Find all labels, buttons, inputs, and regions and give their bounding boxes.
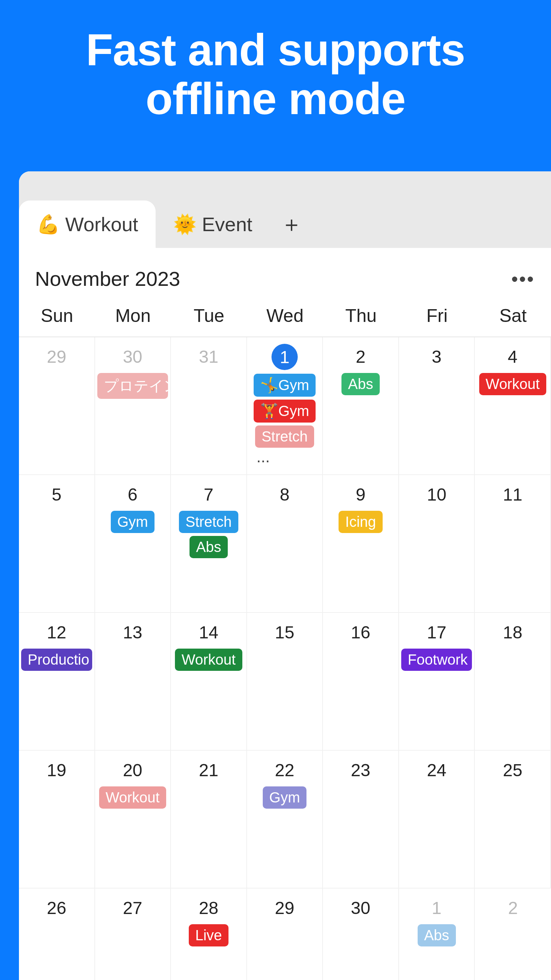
day-number: 30 bbox=[351, 895, 370, 921]
weekday-label: Sun bbox=[19, 305, 95, 326]
month-title: November 2023 bbox=[35, 267, 180, 291]
calendar-cell[interactable]: 2Abs bbox=[323, 337, 399, 475]
calendar-cell[interactable]: 26 bbox=[19, 888, 95, 980]
day-number: 7 bbox=[204, 482, 214, 507]
event-chip[interactable]: Stretch bbox=[179, 511, 238, 533]
event-list: Workout bbox=[97, 786, 168, 809]
day-number: 15 bbox=[275, 619, 294, 645]
event-list: Productio bbox=[21, 649, 92, 671]
event-chip[interactable]: Icing bbox=[338, 511, 383, 533]
calendar-cell[interactable]: 5 bbox=[19, 475, 95, 613]
weekday-label: Mon bbox=[95, 305, 171, 326]
calendar-cell[interactable]: 13 bbox=[95, 613, 171, 751]
calendar-cell[interactable]: 20Workout bbox=[95, 751, 171, 888]
event-list: Workout bbox=[477, 373, 548, 395]
calendar-cell[interactable]: 6Gym bbox=[95, 475, 171, 613]
event-chip[interactable]: Workout bbox=[479, 373, 546, 395]
calendar-cell[interactable]: 17Footwork bbox=[399, 613, 475, 751]
event-chip[interactable]: Workout bbox=[175, 649, 242, 671]
event-chip[interactable]: Productio bbox=[21, 649, 92, 671]
event-list: Live bbox=[173, 924, 244, 947]
event-chip[interactable]: Footwork bbox=[401, 649, 472, 671]
calendar-cell[interactable]: 19 bbox=[19, 751, 95, 888]
day-number: 2 bbox=[356, 344, 365, 369]
day-number: 29 bbox=[275, 895, 294, 921]
day-number: 21 bbox=[199, 757, 218, 783]
day-number: 22 bbox=[275, 757, 294, 783]
calendar-cell[interactable]: 31 bbox=[171, 337, 247, 475]
event-chip[interactable]: Gym bbox=[263, 786, 306, 809]
flexed-biceps-icon: 💪 bbox=[37, 213, 60, 235]
event-chip[interactable]: Live bbox=[189, 924, 229, 947]
calendar-cell[interactable]: 4Workout bbox=[475, 337, 551, 475]
day-number: 8 bbox=[280, 482, 290, 507]
day-number: 4 bbox=[508, 344, 518, 369]
day-number: 10 bbox=[427, 482, 446, 507]
plus-icon: ＋ bbox=[281, 210, 302, 239]
hero-banner: Fast and supports offline mode bbox=[0, 0, 551, 145]
calendar-cell[interactable]: 12Productio bbox=[19, 613, 95, 751]
app-window: 💪 Workout 🌞 Event ＋ November 2023 ••• Su… bbox=[19, 171, 551, 980]
calendar-cell[interactable]: 23 bbox=[323, 751, 399, 888]
event-chip[interactable]: 🏋️Gym bbox=[254, 399, 316, 423]
calendar-cell[interactable]: 21 bbox=[171, 751, 247, 888]
event-list: Workout bbox=[173, 649, 244, 671]
weekday-label: Sat bbox=[475, 305, 551, 326]
calendar-cell[interactable]: 22Gym bbox=[247, 751, 323, 888]
event-chip[interactable]: Gym bbox=[111, 511, 154, 533]
event-list: StretchAbs bbox=[173, 511, 244, 558]
calendar-cell[interactable]: 8 bbox=[247, 475, 323, 613]
calendar-cell[interactable]: 1Abs bbox=[399, 888, 475, 980]
tab-event[interactable]: 🌞 Event bbox=[156, 200, 270, 248]
calendar-cell[interactable]: 29 bbox=[19, 337, 95, 475]
calendar-cell[interactable]: 15 bbox=[247, 613, 323, 751]
tab-bar: 💪 Workout 🌞 Event ＋ bbox=[19, 171, 551, 248]
event-chip[interactable]: Stretch bbox=[255, 425, 314, 448]
calendar-cell[interactable]: 3 bbox=[399, 337, 475, 475]
event-chip[interactable]: Abs bbox=[189, 536, 228, 558]
event-list: プロテイン bbox=[97, 373, 168, 399]
calendar-cell[interactable]: 2 bbox=[475, 888, 551, 980]
calendar-cell[interactable]: 24 bbox=[399, 751, 475, 888]
sun-icon: 🌞 bbox=[173, 213, 197, 235]
calendar-cell[interactable]: 29 bbox=[247, 888, 323, 980]
calendar-cell[interactable]: 18 bbox=[475, 613, 551, 751]
day-number: 12 bbox=[47, 619, 66, 645]
calendar-cell[interactable]: 28Live bbox=[171, 888, 247, 980]
weekday-label: Tue bbox=[171, 305, 247, 326]
event-chip[interactable]: Workout bbox=[99, 786, 166, 809]
event-list: 🤸Gym🏋️GymStretch bbox=[249, 374, 320, 448]
calendar-cell[interactable]: 7StretchAbs bbox=[171, 475, 247, 613]
calendar-cell[interactable]: 10 bbox=[399, 475, 475, 613]
calendar-cell[interactable]: 27 bbox=[95, 888, 171, 980]
more-options-button[interactable]: ••• bbox=[511, 268, 535, 290]
day-number: 27 bbox=[123, 895, 142, 921]
event-chip[interactable]: Abs bbox=[418, 924, 456, 947]
calendar-cell[interactable]: 30 bbox=[323, 888, 399, 980]
weekday-label: Thu bbox=[323, 305, 399, 326]
calendar-cell[interactable]: 9Icing bbox=[323, 475, 399, 613]
day-number: 26 bbox=[47, 895, 66, 921]
event-chip[interactable]: Abs bbox=[341, 373, 380, 395]
tab-workout[interactable]: 💪 Workout bbox=[19, 200, 156, 248]
day-number: 1 bbox=[272, 344, 298, 370]
day-number: 13 bbox=[123, 619, 142, 645]
day-number: 20 bbox=[123, 757, 142, 783]
weekday-label: Wed bbox=[247, 305, 323, 326]
event-list: Abs bbox=[325, 373, 396, 395]
calendar-cell[interactable]: 30プロテイン bbox=[95, 337, 171, 475]
event-chip[interactable]: 🤸Gym bbox=[254, 374, 316, 397]
calendar-cell[interactable]: 25 bbox=[475, 751, 551, 888]
calendar-cell[interactable]: 14Workout bbox=[171, 613, 247, 751]
day-number: 19 bbox=[47, 757, 66, 783]
day-number: 28 bbox=[199, 895, 218, 921]
event-chip[interactable]: プロテイン bbox=[97, 373, 168, 399]
day-number: 30 bbox=[123, 344, 142, 369]
hero-headline: Fast and supports offline mode bbox=[14, 25, 537, 123]
day-number: 6 bbox=[128, 482, 138, 507]
more-events-indicator[interactable]: ... bbox=[257, 448, 270, 466]
calendar-cell[interactable]: 11 bbox=[475, 475, 551, 613]
add-tab-button[interactable]: ＋ bbox=[270, 200, 313, 248]
calendar-cell[interactable]: 1🤸Gym🏋️GymStretch... bbox=[247, 337, 323, 475]
calendar-cell[interactable]: 16 bbox=[323, 613, 399, 751]
